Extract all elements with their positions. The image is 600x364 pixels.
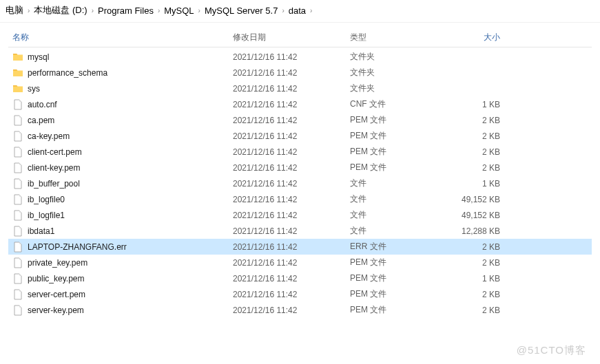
chevron-right-icon: › bbox=[197, 7, 202, 14]
file-name: server-cert.pem bbox=[28, 290, 85, 299]
chevron-right-icon: › bbox=[309, 7, 313, 14]
file-type: PEM 文件 bbox=[346, 130, 442, 142]
breadcrumb-segment[interactable]: MySQL Server 5.7 bbox=[205, 6, 278, 16]
file-icon bbox=[12, 115, 23, 126]
file-size: 2 KB bbox=[442, 306, 511, 315]
file-size: 1 KB bbox=[442, 100, 511, 109]
table-row[interactable]: ib_buffer_pool2021/12/16 11:42文件1 KB bbox=[8, 175, 592, 191]
file-type: PEM 文件 bbox=[346, 257, 442, 268]
table-row[interactable]: server-key.pem2021/12/16 11:42PEM 文件2 KB bbox=[8, 302, 592, 318]
file-list: mysql2021/12/16 11:42文件夹performance_sche… bbox=[8, 49, 592, 318]
table-row[interactable]: client-key.pem2021/12/16 11:42PEM 文件2 KB bbox=[8, 160, 592, 175]
table-row[interactable]: ib_logfile02021/12/16 11:42文件49,152 KB bbox=[8, 191, 592, 207]
breadcrumb-segment[interactable]: MySQL bbox=[164, 6, 194, 16]
file-size: 1 KB bbox=[442, 274, 511, 283]
file-size: 12,288 KB bbox=[442, 226, 511, 236]
column-header-size[interactable]: 大小 bbox=[442, 32, 511, 43]
file-type: 文件夹 bbox=[346, 67, 442, 78]
file-name: ibdata1 bbox=[28, 226, 54, 236]
file-size: 2 KB bbox=[442, 116, 511, 125]
file-size: 2 KB bbox=[442, 290, 511, 299]
file-date: 2021/12/16 11:42 bbox=[229, 274, 346, 283]
file-name: LAPTOP-ZHANGFANG.err bbox=[28, 242, 127, 252]
file-size: 1 KB bbox=[442, 179, 511, 189]
file-name: client-cert.pem bbox=[28, 147, 82, 157]
table-row[interactable]: client-cert.pem2021/12/16 11:42PEM 文件2 K… bbox=[8, 144, 592, 160]
file-size: 2 KB bbox=[442, 258, 511, 268]
file-icon bbox=[12, 162, 23, 173]
file-date: 2021/12/16 11:42 bbox=[229, 242, 346, 252]
breadcrumb-segment[interactable]: 电脑 bbox=[6, 4, 23, 17]
file-icon bbox=[12, 194, 23, 205]
file-icon bbox=[12, 210, 23, 221]
breadcrumb[interactable]: 电脑›本地磁盘 (D:)›Program Files›MySQL›MySQL S… bbox=[0, 0, 600, 23]
table-row[interactable]: server-cert.pem2021/12/16 11:42PEM 文件2 K… bbox=[8, 286, 592, 302]
file-type: 文件夹 bbox=[346, 51, 442, 63]
file-icon bbox=[12, 147, 23, 158]
file-type: PEM 文件 bbox=[346, 288, 442, 300]
table-row[interactable]: ca.pem2021/12/16 11:42PEM 文件2 KB bbox=[8, 112, 592, 128]
folder-icon bbox=[12, 83, 23, 94]
table-row[interactable]: LAPTOP-ZHANGFANG.err2021/12/16 11:42ERR … bbox=[8, 239, 592, 255]
file-name: ib_logfile1 bbox=[28, 211, 65, 220]
table-row[interactable]: public_key.pem2021/12/16 11:42PEM 文件1 KB bbox=[8, 270, 592, 286]
file-type: 文件 bbox=[346, 178, 442, 189]
column-header-row: 名称 修改日期 类型 大小 bbox=[8, 28, 592, 47]
file-name: performance_schema bbox=[28, 68, 107, 78]
file-name: public_key.pem bbox=[28, 274, 85, 283]
file-icon bbox=[12, 242, 23, 253]
file-name: mysql bbox=[28, 52, 49, 62]
chevron-right-icon: › bbox=[280, 7, 285, 14]
file-type: PEM 文件 bbox=[346, 114, 442, 126]
file-name: ib_buffer_pool bbox=[28, 179, 80, 189]
file-date: 2021/12/16 11:42 bbox=[229, 147, 346, 157]
file-type: CNF 文件 bbox=[346, 98, 442, 110]
file-name: ca-key.pem bbox=[28, 131, 70, 141]
file-date: 2021/12/16 11:42 bbox=[229, 100, 346, 109]
table-row[interactable]: auto.cnf2021/12/16 11:42CNF 文件1 KB bbox=[8, 96, 592, 112]
column-header-type[interactable]: 类型 bbox=[346, 32, 442, 43]
breadcrumb-segment[interactable]: Program Files bbox=[98, 6, 154, 16]
file-type: 文件 bbox=[346, 193, 442, 205]
breadcrumb-segment[interactable]: data bbox=[289, 6, 306, 16]
file-date: 2021/12/16 11:42 bbox=[229, 306, 346, 315]
table-row[interactable]: performance_schema2021/12/16 11:42文件夹 bbox=[8, 65, 592, 81]
file-icon bbox=[12, 99, 23, 110]
column-header-name[interactable]: 名称 bbox=[8, 32, 229, 43]
file-size: 2 KB bbox=[442, 242, 511, 252]
table-row[interactable]: sys2021/12/16 11:42文件夹 bbox=[8, 81, 592, 96]
table-row[interactable]: private_key.pem2021/12/16 11:42PEM 文件2 K… bbox=[8, 255, 592, 270]
file-size: 49,152 KB bbox=[442, 195, 511, 204]
file-date: 2021/12/16 11:42 bbox=[229, 258, 346, 268]
table-row[interactable]: ib_logfile12021/12/16 11:42文件49,152 KB bbox=[8, 207, 592, 223]
file-date: 2021/12/16 11:42 bbox=[229, 52, 346, 62]
file-name: ib_logfile0 bbox=[28, 195, 65, 204]
file-date: 2021/12/16 11:42 bbox=[229, 131, 346, 141]
file-size: 49,152 KB bbox=[442, 211, 511, 220]
chevron-right-icon: › bbox=[26, 7, 31, 14]
file-icon bbox=[12, 257, 23, 268]
file-date: 2021/12/16 11:42 bbox=[229, 226, 346, 236]
file-date: 2021/12/16 11:42 bbox=[229, 116, 346, 125]
file-type: 文件 bbox=[346, 225, 442, 237]
file-size: 2 KB bbox=[442, 131, 511, 141]
breadcrumb-segment[interactable]: 本地磁盘 (D:) bbox=[34, 4, 87, 17]
column-header-date[interactable]: 修改日期 bbox=[229, 32, 346, 43]
file-icon bbox=[12, 226, 23, 237]
file-date: 2021/12/16 11:42 bbox=[229, 163, 346, 173]
file-date: 2021/12/16 11:42 bbox=[229, 179, 346, 189]
file-type: PEM 文件 bbox=[346, 146, 442, 158]
table-row[interactable]: ca-key.pem2021/12/16 11:42PEM 文件2 KB bbox=[8, 128, 592, 144]
file-date: 2021/12/16 11:42 bbox=[229, 68, 346, 78]
table-row[interactable]: ibdata12021/12/16 11:42文件12,288 KB bbox=[8, 223, 592, 239]
file-size: 2 KB bbox=[442, 163, 511, 173]
file-date: 2021/12/16 11:42 bbox=[229, 84, 346, 94]
file-type: 文件 bbox=[346, 209, 442, 221]
table-row[interactable]: mysql2021/12/16 11:42文件夹 bbox=[8, 49, 592, 65]
file-date: 2021/12/16 11:42 bbox=[229, 195, 346, 204]
file-icon bbox=[12, 305, 23, 316]
file-date: 2021/12/16 11:42 bbox=[229, 290, 346, 299]
chevron-right-icon: › bbox=[156, 7, 161, 14]
file-name: client-key.pem bbox=[28, 163, 80, 173]
file-date: 2021/12/16 11:42 bbox=[229, 211, 346, 220]
